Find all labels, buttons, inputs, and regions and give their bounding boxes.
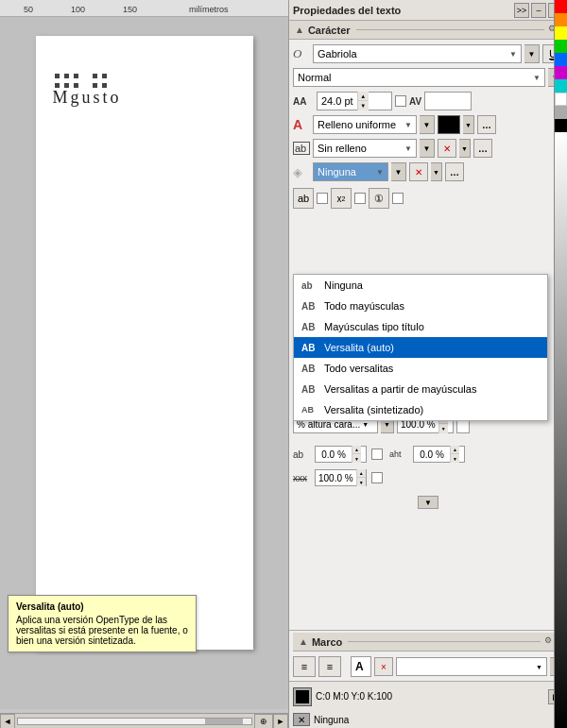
menu-icon-versalitas-mayusculas: AB xyxy=(301,384,324,395)
ninguna-row: ✕ Ninguna xyxy=(289,711,567,728)
fill-type-dropdown-btn[interactable]: ▼ xyxy=(420,115,435,134)
marco-collapse-arrow[interactable]: ▲ xyxy=(299,636,308,647)
kerning-xxx-down[interactable]: ▼ xyxy=(357,478,366,486)
stroke-type-dropdown[interactable]: Sin relleno ▼ xyxy=(313,139,417,158)
color3-icon: ◈ xyxy=(293,165,310,179)
fill-more-button[interactable]: … xyxy=(477,115,496,134)
color3-more-button[interactable]: … xyxy=(445,162,464,181)
kerning-ab-input[interactable]: 0.0 % ▲ ▼ xyxy=(315,446,367,463)
expand-arrow[interactable]: ▼ xyxy=(418,496,438,509)
kerning-xxx-input[interactable]: 100.0 % ▲ ▼ xyxy=(315,469,367,486)
horizontal-scrollbar[interactable]: ◄ ⊕ ► xyxy=(0,713,288,728)
canvas-text: Mgusto xyxy=(53,88,122,108)
kerning-ab-spin[interactable]: ▲ ▼ xyxy=(352,446,361,463)
menu-item-titulo[interactable]: AB Mayúsculas tipo título xyxy=(294,316,547,337)
font-size-down[interactable]: ▼ xyxy=(358,101,369,110)
expand-section[interactable]: ▼ xyxy=(293,496,563,509)
font-name-dropdown[interactable]: Gabriola ▼ xyxy=(313,44,522,63)
font-size-up[interactable]: ▲ xyxy=(358,92,369,101)
status-cmyk: C:0 M:0 Y:0 K:100 xyxy=(316,691,392,702)
font-size-input[interactable]: 24.0 pt ▲ ▼ xyxy=(317,92,392,110)
style-btn-ab[interactable]: ab xyxy=(293,188,314,209)
menu-item-todo-versalitas[interactable]: AB Todo versalitas xyxy=(294,358,547,379)
scroll-track[interactable] xyxy=(17,718,252,725)
color-yellow[interactable] xyxy=(555,26,567,40)
fill-color-arrow[interactable]: ▼ xyxy=(463,115,474,134)
color-palette-bar xyxy=(554,0,567,728)
kerning-aht-up[interactable]: ▲ xyxy=(451,446,459,454)
marco-align-left-btn[interactable]: ≡ xyxy=(293,656,316,677)
color3-dropdown-btn[interactable]: ▼ xyxy=(391,162,406,181)
style-checkbox-1[interactable] xyxy=(317,193,328,204)
menu-item-versalita-sintetizado[interactable]: AB Versalita (sintetizado) xyxy=(294,399,547,420)
fill-type-dropdown[interactable]: Relleno uniforme ▼ xyxy=(313,115,417,134)
pct-down[interactable]: ▼ xyxy=(439,424,448,433)
menu-item-versalita-auto[interactable]: AB Versalita (auto) xyxy=(294,337,547,358)
marco-dropdown-arrow: ▼ xyxy=(536,664,542,670)
color-white[interactable] xyxy=(555,93,567,106)
marco-divider xyxy=(348,641,541,642)
panel-minimize-button[interactable]: – xyxy=(531,3,546,18)
style-btn-info[interactable]: ① xyxy=(369,188,389,209)
stroke-more-button[interactable]: … xyxy=(473,139,492,158)
style-checkbox-3[interactable] xyxy=(392,193,404,204)
kerning-aht-input[interactable]: 0.0 % ▲ ▼ xyxy=(413,446,465,463)
fill-color-swatch[interactable] xyxy=(438,115,460,134)
scroll-left-button[interactable]: ◄ xyxy=(0,714,15,729)
color-blue[interactable] xyxy=(555,53,567,66)
kerning-xxx-label: xxx xyxy=(293,473,312,483)
menu-item-todo-mayusculas[interactable]: AB Todo mayúsculas xyxy=(294,296,547,316)
ninguna-icon[interactable]: ✕ xyxy=(293,713,310,726)
menu-label-versalita-sintetizado: Versalita (sintetizado) xyxy=(324,404,423,415)
menu-icon-titulo: AB xyxy=(301,322,324,332)
marco-x-btn[interactable]: × xyxy=(374,657,393,676)
status-icon-1[interactable] xyxy=(293,687,312,706)
fill-type-value: Relleno uniforme xyxy=(318,119,396,130)
tooltip-box: Versalita (auto) Aplica una versión Open… xyxy=(8,595,197,652)
color-cyan[interactable] xyxy=(555,79,567,93)
marco-section: ▲ Marco ⚙ ≡ ≡ A × ▼ ▼ xyxy=(289,630,567,681)
color3-arrow[interactable]: ▼ xyxy=(431,162,442,181)
kerning-xxx-spin[interactable]: ▲ ▼ xyxy=(356,469,366,486)
menu-item-versalitas-mayusculas[interactable]: AB Versalitas a partir de mayúsculas xyxy=(294,379,547,399)
panel-collapse-button[interactable]: >> xyxy=(514,3,529,18)
style-checkbox-2[interactable] xyxy=(354,193,366,204)
color-black[interactable] xyxy=(555,119,567,132)
color3-remove-button[interactable]: ✕ xyxy=(409,162,428,181)
color3-dropdown[interactable]: Ninguna ▼ xyxy=(313,162,388,181)
stroke-type-dropdown-btn[interactable]: ▼ xyxy=(420,139,435,158)
color-gradient[interactable] xyxy=(555,132,567,728)
marco-dropdown[interactable]: ▼ xyxy=(396,657,547,676)
kerning-xxx-checkbox[interactable] xyxy=(371,472,383,483)
color-orange[interactable] xyxy=(555,13,567,26)
kerning-aht-spin[interactable]: ▲ ▼ xyxy=(450,446,459,463)
tracking-input[interactable] xyxy=(424,92,472,110)
kerning-xxx-up[interactable]: ▲ xyxy=(357,469,366,478)
font-name-dropdown-btn[interactable]: ▼ xyxy=(524,44,540,63)
kerning-aht-down[interactable]: ▼ xyxy=(451,454,459,463)
style-btn-superscript[interactable]: x2 xyxy=(331,188,352,209)
stroke-color-arrow[interactable]: ▼ xyxy=(459,139,471,158)
scroll-right-button[interactable]: ► xyxy=(273,714,288,729)
kerning-ab-checkbox[interactable] xyxy=(371,449,383,460)
size-checkbox[interactable] xyxy=(395,95,406,107)
color-green[interactable] xyxy=(555,40,567,53)
stroke-type-value: Sin relleno xyxy=(318,143,367,154)
stroke-remove-button[interactable]: ✕ xyxy=(438,139,456,158)
scroll-thumb[interactable] xyxy=(205,719,243,724)
marco-a-btn[interactable]: A xyxy=(351,656,371,677)
menu-item-ninguna[interactable]: ab Ninguna xyxy=(294,275,547,296)
font-style-dropdown[interactable]: Normal ▼ xyxy=(293,68,545,87)
section-collapse-arrow[interactable]: ▲ xyxy=(295,25,304,35)
color-gray[interactable] xyxy=(555,106,567,119)
color-red[interactable] xyxy=(555,0,567,13)
kerning-ab-label: ab xyxy=(293,449,312,460)
section-divider xyxy=(356,29,544,30)
font-size-icon: AA xyxy=(293,96,314,107)
kerning-ab-down[interactable]: ▼ xyxy=(352,454,361,463)
color-purple[interactable] xyxy=(555,66,567,79)
marco-align-center-btn[interactable]: ≡ xyxy=(318,656,341,677)
font-size-spinners[interactable]: ▲ ▼ xyxy=(357,92,369,110)
kerning-ab-up[interactable]: ▲ xyxy=(352,446,361,454)
zoom-button[interactable]: ⊕ xyxy=(254,714,273,729)
